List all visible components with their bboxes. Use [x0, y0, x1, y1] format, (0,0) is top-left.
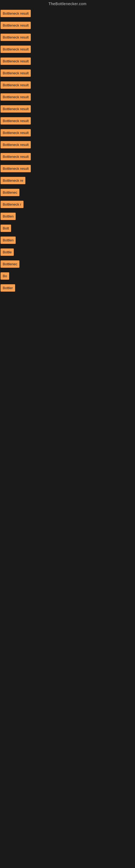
bottleneck-result-badge[interactable]: Bottlenec [1, 189, 19, 196]
list-item-row: Bottleneck result [0, 68, 135, 80]
list-item-row: Bottleneck result [0, 33, 135, 44]
list-item-row: Bottleneck result [0, 164, 135, 176]
bottleneck-result-badge[interactable]: Bottleneck result [1, 105, 31, 113]
bottleneck-result-badge[interactable]: Bottlen [1, 213, 16, 220]
bottleneck-result-badge[interactable]: Bottleneck result [1, 34, 31, 41]
list-item-row: Bottleneck result [0, 80, 135, 92]
bottleneck-result-badge[interactable]: Bottleneck r [1, 201, 24, 208]
list-item-row: Bottle [0, 247, 135, 259]
items-list: Bottleneck resultBottleneck resultBottle… [0, 9, 135, 295]
bottleneck-result-badge[interactable]: Bottleneck result [1, 93, 31, 101]
bottleneck-result-badge[interactable]: Bott [1, 225, 11, 232]
site-title: TheBottlenecker.com [0, 0, 135, 9]
list-item-row: Bottleneck result [0, 116, 135, 128]
list-item-row: Bottlenec [0, 188, 135, 199]
list-item-row: Bott [0, 223, 135, 236]
bottleneck-result-badge[interactable]: Bottleneck result [1, 58, 31, 65]
list-item-row: Bottleneck result [0, 56, 135, 68]
list-item-row: Bottlen [0, 212, 135, 223]
page-container: TheBottlenecker.com Bottleneck resultBot… [0, 0, 135, 295]
bottleneck-result-badge[interactable]: Bottleneck result [1, 153, 31, 160]
bottleneck-result-badge[interactable]: Bottle [1, 248, 14, 256]
bottleneck-result-badge[interactable]: Bottleneck result [1, 117, 31, 124]
bottleneck-result-badge[interactable]: Bottleneck result [1, 69, 31, 77]
bottleneck-result-badge[interactable]: Bo [1, 272, 9, 280]
bottleneck-result-badge[interactable]: Bottler [1, 284, 15, 291]
bottleneck-result-badge[interactable]: Bottleneck result [1, 82, 31, 89]
list-item-row: Bottlenec [0, 259, 135, 271]
bottleneck-result-badge[interactable]: Bottleneck result [1, 165, 31, 172]
list-item-row: Bo [0, 271, 135, 283]
list-item-row: Bottleneck result [0, 128, 135, 140]
list-item-row: Bottleneck result [0, 92, 135, 104]
bottleneck-result-badge[interactable]: Bottleneck result [1, 10, 31, 17]
list-item-row: Bottlen [0, 236, 135, 247]
bottleneck-result-badge[interactable]: Bottleneck result [1, 129, 31, 136]
list-item-row: Bottleneck result [0, 44, 135, 56]
list-item-row: Bottleneck result [0, 9, 135, 21]
list-item-row: Bottleneck result [0, 21, 135, 33]
bottleneck-result-badge[interactable]: Bottlenec [1, 260, 19, 268]
list-item-row: Bottleneck r [0, 199, 135, 212]
bottleneck-result-badge[interactable]: Bottleneck re [1, 177, 26, 184]
list-item-row: Bottler [0, 283, 135, 295]
bottleneck-result-badge[interactable]: Bottleneck result [1, 141, 31, 148]
bottleneck-result-badge[interactable]: Bottleneck result [1, 45, 31, 53]
list-item-row: Bottleneck re [0, 176, 135, 188]
bottleneck-result-badge[interactable]: Bottlen [1, 237, 16, 244]
bottleneck-result-badge[interactable]: Bottleneck result [1, 22, 31, 29]
list-item-row: Bottleneck result [0, 140, 135, 152]
list-item-row: Bottleneck result [0, 104, 135, 116]
list-item-row: Bottleneck result [0, 152, 135, 164]
